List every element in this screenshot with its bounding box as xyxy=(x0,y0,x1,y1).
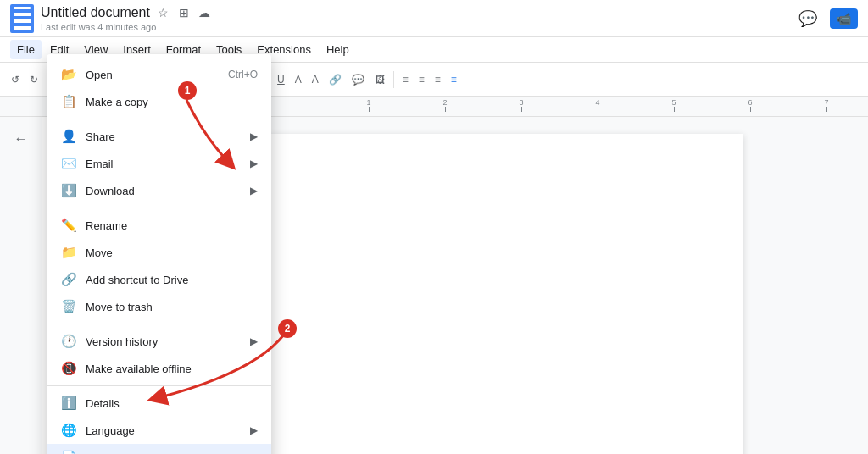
menu-section-2: 👤 Share ▶ ✉️ Email ▶ ⬇️ Download ▶ xyxy=(47,119,271,208)
rename-label: Rename xyxy=(86,219,258,232)
star-icon[interactable]: ☆ xyxy=(155,4,172,21)
document-title: Untitled document xyxy=(41,5,150,20)
language-arrow: ▶ xyxy=(250,424,258,436)
version-arrow: ▶ xyxy=(250,335,258,347)
undo-button[interactable]: ↺ xyxy=(7,71,24,88)
ruler-mark-5: 5 xyxy=(671,98,676,107)
open-icon: 📂 xyxy=(60,66,77,83)
ruler-mark-7: 7 xyxy=(824,98,828,107)
share-arrow: ▶ xyxy=(250,130,258,142)
email-icon: ✉️ xyxy=(60,155,77,172)
ruler-tick-5 xyxy=(674,107,675,112)
menu-item-trash[interactable]: 🗑️ Move to trash xyxy=(47,293,271,320)
menu-item-open[interactable]: 📂 Open Ctrl+O xyxy=(47,61,271,88)
page-setup-label: Page setup xyxy=(86,451,258,455)
menu-section-5: ℹ️ Details 🌐 Language ▶ 📄 Page setup 🖨️ … xyxy=(47,386,271,454)
trash-label: Move to trash xyxy=(86,301,258,313)
ruler-tick-1 xyxy=(369,107,370,112)
sidebar: ← xyxy=(0,117,42,454)
folder-icon[interactable]: ⊞ xyxy=(175,4,192,21)
ruler-tick-4 xyxy=(598,107,598,112)
download-arrow: ▶ xyxy=(250,185,258,197)
document-title-area: Untitled document ☆ ⊞ ☁ Last edit was 4 … xyxy=(41,4,213,32)
ruler-mark-4: 4 xyxy=(595,98,599,107)
menu-file[interactable]: File xyxy=(10,40,42,59)
align-left-button[interactable]: ≡ xyxy=(398,71,413,88)
open-shortcut: Ctrl+O xyxy=(228,69,258,80)
ruler-mark-1: 1 xyxy=(366,98,370,107)
sidebar-back-button[interactable]: ← xyxy=(6,124,36,154)
menu-item-move[interactable]: 📁 Move xyxy=(47,239,271,266)
ruler-inner: 1 2 3 4 5 6 7 xyxy=(292,97,868,117)
page-setup-icon: 📄 xyxy=(60,449,77,454)
align-center-button[interactable]: ≡ xyxy=(415,71,429,88)
move-label: Move xyxy=(86,246,258,259)
file-dropdown-menu: 📂 Open Ctrl+O 📋 Make a copy 👤 Share ▶ ✉️… xyxy=(47,54,271,454)
move-icon: 📁 xyxy=(60,244,77,261)
ruler-mark-3: 3 xyxy=(519,98,523,107)
trash-icon: 🗑️ xyxy=(60,298,77,315)
ruler-tick-3 xyxy=(521,107,522,112)
comments-icon[interactable]: 💬 xyxy=(793,3,823,34)
rename-icon: ✏️ xyxy=(60,217,77,234)
menu-item-share[interactable]: 👤 Share ▶ xyxy=(47,123,271,150)
link-button[interactable]: 🔗 xyxy=(325,71,346,88)
menu-item-rename[interactable]: ✏️ Rename xyxy=(47,212,271,239)
email-arrow: ▶ xyxy=(250,158,258,169)
meet-button[interactable]: 📹 xyxy=(830,8,858,29)
cloud-icon[interactable]: ☁ xyxy=(196,4,213,21)
docs-logo xyxy=(10,4,34,33)
top-right-actions: 💬 📹 xyxy=(793,3,858,34)
menu-item-version-history[interactable]: 🕐 Version history ▶ xyxy=(47,328,271,355)
version-label: Version history xyxy=(86,335,247,348)
email-label: Email xyxy=(86,158,247,170)
details-label: Details xyxy=(86,397,258,410)
download-label: Download xyxy=(86,185,247,197)
menu-help[interactable]: Help xyxy=(320,40,356,59)
menu-item-download[interactable]: ⬇️ Download ▶ xyxy=(47,177,271,204)
language-icon: 🌐 xyxy=(60,422,77,439)
ruler-tick-2 xyxy=(445,107,446,112)
open-label: Open xyxy=(86,69,228,81)
details-icon: ℹ️ xyxy=(60,395,77,412)
menu-item-offline[interactable]: 📵 Make available offline xyxy=(47,355,271,382)
ruler-mark-6: 6 xyxy=(748,98,752,107)
menu-item-add-shortcut[interactable]: 🔗 Add shortcut to Drive xyxy=(47,266,271,293)
top-bar: Untitled document ☆ ⊞ ☁ Last edit was 4 … xyxy=(0,0,868,37)
image-button[interactable]: 🖼 xyxy=(370,71,389,88)
highlight-button[interactable]: A xyxy=(308,71,323,88)
align-justify-button[interactable]: ≡ xyxy=(447,71,461,88)
document-page[interactable] xyxy=(269,134,743,454)
meet-icon: 📹 xyxy=(837,12,851,25)
align-right-button[interactable]: ≡ xyxy=(431,71,445,88)
menu-item-make-copy[interactable]: 📋 Make a copy xyxy=(47,88,271,115)
shortcut-label: Add shortcut to Drive xyxy=(86,274,258,286)
menu-item-email[interactable]: ✉️ Email ▶ xyxy=(47,150,271,177)
shortcut-icon: 🔗 xyxy=(60,271,77,288)
download-icon: ⬇️ xyxy=(60,182,77,199)
menu-item-details[interactable]: ℹ️ Details xyxy=(47,390,271,417)
menu-item-language[interactable]: 🌐 Language ▶ xyxy=(47,417,271,444)
text-color-button[interactable]: A xyxy=(291,71,306,88)
menu-section-4: 🕐 Version history ▶ 📵 Make available off… xyxy=(47,324,271,386)
share-icon: 👤 xyxy=(60,128,77,145)
language-label: Language xyxy=(86,424,247,437)
offline-label: Make available offline xyxy=(86,363,258,375)
copy-label: Make a copy xyxy=(86,96,258,108)
menu-section-1: 📂 Open Ctrl+O 📋 Make a copy xyxy=(47,58,271,119)
offline-icon: 📵 xyxy=(60,360,77,377)
toolbar-divider-4 xyxy=(393,71,394,88)
share-label: Share xyxy=(86,130,247,143)
redo-button[interactable]: ↻ xyxy=(25,71,42,88)
last-edit-label: Last edit was 4 minutes ago xyxy=(41,22,213,32)
underline-button[interactable]: U xyxy=(273,71,289,88)
text-cursor xyxy=(303,168,303,183)
ruler-tick-6 xyxy=(750,107,751,112)
menu-item-page-setup[interactable]: 📄 Page setup xyxy=(47,444,271,454)
comment-button[interactable]: 💬 xyxy=(348,71,369,88)
menu-section-3: ✏️ Rename 📁 Move 🔗 Add shortcut to Drive… xyxy=(47,208,271,324)
ruler-tick-7 xyxy=(826,107,827,112)
copy-icon: 📋 xyxy=(60,93,77,110)
ruler-mark-2: 2 xyxy=(442,98,447,107)
version-icon: 🕐 xyxy=(60,333,77,350)
